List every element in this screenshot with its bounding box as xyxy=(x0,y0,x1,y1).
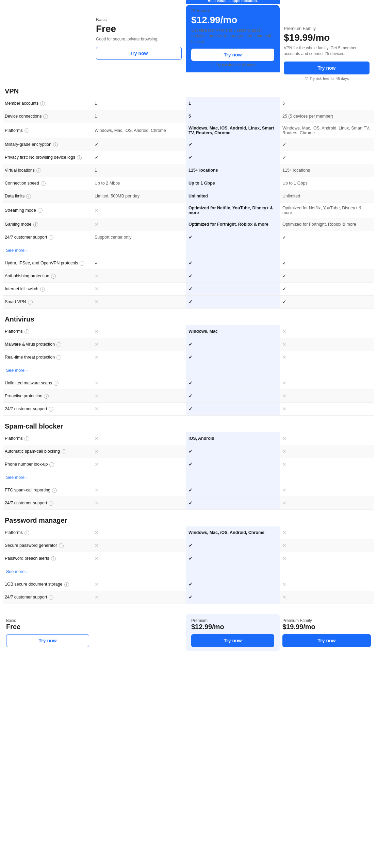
info-icon[interactable]: i xyxy=(24,436,29,441)
feature-label: FTC spam-call reporting xyxy=(5,488,50,492)
check-icon: ✓ xyxy=(188,594,193,600)
info-icon[interactable]: i xyxy=(24,531,29,535)
info-icon[interactable]: i xyxy=(56,355,61,360)
cross-icon: ✕ xyxy=(95,543,99,548)
feature-row: Secure password generator i ✕ ✓ ✕ xyxy=(3,539,374,552)
info-icon[interactable]: i xyxy=(40,101,45,106)
info-icon[interactable]: i xyxy=(64,582,69,587)
info-icon[interactable]: i xyxy=(77,155,82,160)
premium-family-risk-free: 🛡 Try risk-free for 45 days xyxy=(284,76,370,81)
password-manager-section-title: Password manager xyxy=(3,510,92,526)
footer-premium-try-button[interactable]: Try now xyxy=(191,634,274,647)
basic-cell: ✕ xyxy=(92,526,186,539)
info-icon[interactable]: i xyxy=(33,222,38,227)
cross-icon: ✕ xyxy=(282,393,286,399)
see-more-link[interactable]: See more ⌄ xyxy=(5,246,28,255)
feature-label: Proactive protection xyxy=(5,394,42,398)
info-icon[interactable]: i xyxy=(56,342,61,347)
info-icon[interactable]: i xyxy=(54,381,59,386)
basic-cell: Support center only xyxy=(92,231,186,244)
premium-family-try-button[interactable]: Try now xyxy=(284,62,370,74)
premium-family-cell: ✓ xyxy=(280,138,374,151)
info-icon[interactable]: i xyxy=(24,329,29,334)
feature-row: Virtual locations i 1 115+ locations 115… xyxy=(3,164,374,177)
cross-icon: ✕ xyxy=(282,462,286,467)
info-icon[interactable]: i xyxy=(49,501,53,506)
info-icon[interactable]: i xyxy=(52,488,57,493)
basic-cell: 1 xyxy=(92,164,186,177)
premium-cell: ✓ xyxy=(186,351,280,364)
password-features-table: Platforms i ✕ Windows, Mac, iOS, Android… xyxy=(3,526,374,604)
info-icon[interactable]: i xyxy=(49,595,53,600)
premium-try-button[interactable]: Try now xyxy=(191,49,274,61)
info-icon[interactable]: i xyxy=(38,208,43,213)
premium-cell: ✓ xyxy=(186,591,280,604)
info-icon[interactable]: i xyxy=(49,462,54,467)
feature-name: Real-time threat protection i xyxy=(3,351,92,364)
premium-cell: ✓ xyxy=(186,458,280,471)
basic-cell: 1 xyxy=(92,110,186,123)
premium-cell: Windows, Mac xyxy=(186,325,280,338)
cross-icon: ✕ xyxy=(95,222,99,227)
basic-cell: ✕ xyxy=(92,325,186,338)
info-icon[interactable]: i xyxy=(40,287,45,292)
footer-spacer xyxy=(92,614,186,622)
premium-cell: ✓ xyxy=(186,138,280,151)
feature-row: Privacy first: No browsing device logs i… xyxy=(3,151,374,164)
info-icon[interactable]: i xyxy=(80,261,84,266)
feature-row: Platforms i ✕ iOS, Android ✕ xyxy=(3,432,374,445)
feature-name: Privacy first: No browsing device logs i xyxy=(3,151,92,164)
info-icon[interactable]: i xyxy=(26,194,31,199)
footer-premium-family-try-button[interactable]: Try now xyxy=(282,634,371,647)
feature-label: Data limits xyxy=(5,194,24,198)
basic-try-button[interactable]: Try now xyxy=(96,47,182,60)
premium-family-cell: Unlimited xyxy=(280,190,374,203)
info-icon[interactable]: i xyxy=(51,556,56,561)
footer-basic-try-button[interactable]: Try now xyxy=(6,634,89,647)
premium-family-cell: ✕ xyxy=(280,552,374,565)
info-icon[interactable]: i xyxy=(28,300,33,305)
feature-row: Connection speed i Up to 2 Mbps Up to 1 … xyxy=(3,177,374,190)
feature-name: 24/7 customer support i xyxy=(3,591,92,604)
premium-family-cell: ✕ xyxy=(280,445,374,458)
premium-family-plan-name: Premium Family xyxy=(284,26,370,31)
feature-name: Anti-phishing protection i xyxy=(3,270,92,282)
premium-family-cell: ✓ xyxy=(280,257,374,270)
info-icon[interactable]: i xyxy=(43,114,48,119)
feature-name: 24/7 customer support i xyxy=(3,403,92,415)
info-icon[interactable]: i xyxy=(62,449,66,454)
feature-name: Proactive protection i xyxy=(3,390,92,402)
cross-icon: ✕ xyxy=(282,594,286,600)
check-icon: ✓ xyxy=(282,286,286,292)
footer-basic: Basic Free Try now xyxy=(3,614,92,651)
see-more-link[interactable]: See more ⌄ xyxy=(5,567,28,576)
basic-cell: Up to 2 Mbps xyxy=(92,177,186,190)
info-icon[interactable]: i xyxy=(49,407,53,412)
feature-row: Malware & virus protection i ✕ ✓ ✕ xyxy=(3,338,374,351)
check-icon: ✓ xyxy=(95,155,99,160)
info-icon[interactable]: i xyxy=(36,168,41,173)
info-icon[interactable]: i xyxy=(53,142,58,147)
info-icon[interactable]: i xyxy=(24,128,29,133)
premium-cell: Up to 1 Gbps xyxy=(186,177,280,190)
feature-name: Virtual locations i xyxy=(3,164,92,177)
premium-plan-description: Get ultra fast VPN and 3 security apps: … xyxy=(191,28,274,45)
info-icon[interactable]: i xyxy=(44,394,49,399)
basic-cell: 1 xyxy=(92,97,186,110)
see-more-link[interactable]: See more ⌄ xyxy=(5,473,28,482)
info-icon[interactable]: i xyxy=(49,235,53,240)
cross-icon: ✕ xyxy=(282,329,286,334)
info-icon[interactable]: i xyxy=(51,274,56,279)
feature-label: Connection speed xyxy=(5,181,39,186)
footer-premium-family-name: Premium Family xyxy=(282,618,371,623)
feature-row: 1GB secure document storage i ✕ ✓ ✕ xyxy=(3,578,374,591)
see-more-link[interactable]: See more ⌄ xyxy=(5,366,28,375)
info-icon[interactable]: i xyxy=(41,181,46,186)
feature-name: Hydra, IPSec, and OpenVPN protocols i xyxy=(3,257,92,270)
premium-plan-price: $12.99/mo xyxy=(191,15,274,25)
premium-cell: Optimized for Fortnight, Roblox & more xyxy=(186,218,280,231)
premium-cell: ✓ xyxy=(186,270,280,282)
premium-family-cell: ✕ xyxy=(280,539,374,552)
info-icon[interactable]: i xyxy=(59,543,64,548)
premium-cell: ✓ xyxy=(186,484,280,497)
